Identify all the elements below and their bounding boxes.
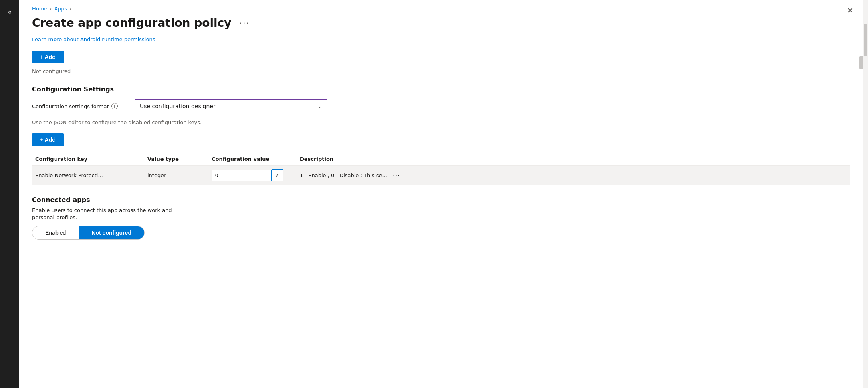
dropdown-chevron-icon: ⌄ (318, 103, 322, 109)
breadcrumb-sep-2: › (69, 6, 71, 12)
toggle-not-configured[interactable]: Not configured (79, 226, 144, 239)
th-description: Description (297, 156, 850, 162)
sidebar: « (0, 0, 19, 388)
more-options-button[interactable]: ··· (236, 18, 253, 29)
breadcrumb-sep-1: › (50, 6, 52, 12)
td-config-value: ✓ (208, 166, 297, 184)
helper-text: Use the JSON editor to configure the dis… (32, 119, 850, 125)
description-text: 1 - Enable , 0 - Disable ; This se... (300, 172, 387, 178)
th-value-type: Value type (144, 156, 208, 162)
close-button[interactable]: ✕ (847, 6, 854, 14)
main-content: ✕ Home › Apps › Create app configuration… (19, 0, 863, 388)
page-title: Create app configuration policy (32, 16, 232, 30)
breadcrumb-home[interactable]: Home (32, 6, 47, 12)
format-dropdown[interactable]: Use configuration designer ⌄ (135, 99, 327, 113)
connected-apps-title: Connected apps (32, 196, 850, 204)
config-value-check-icon[interactable]: ✓ (272, 169, 283, 181)
td-description: 1 - Enable , 0 - Disable ; This se... ··… (297, 168, 850, 183)
not-configured-text: Not configured (32, 68, 850, 74)
right-edge-tab (859, 56, 863, 69)
td-value-type: integer (144, 169, 208, 182)
configuration-table: Configuration key Value type Configurati… (32, 153, 850, 185)
row-ellipsis-button[interactable]: ··· (390, 171, 402, 180)
table-row: Enable Network Protecti... integer ✓ 1 -… (32, 166, 850, 185)
scrollbar-thumb[interactable] (864, 24, 867, 56)
connected-apps-desc: Enable users to connect this app across … (32, 207, 192, 221)
learn-more-link[interactable]: Learn more about Android runtime permiss… (32, 36, 155, 42)
td-config-key: Enable Network Protecti... (32, 169, 144, 182)
toggle-group: Enabled Not configured (32, 226, 145, 240)
connected-apps-section: Connected apps Enable users to connect t… (32, 196, 850, 240)
table-header: Configuration key Value type Configurati… (32, 153, 850, 166)
add-button-2[interactable]: + Add (32, 133, 64, 146)
page-header: Create app configuration policy ··· (19, 13, 863, 36)
config-value-input[interactable] (212, 170, 272, 181)
collapse-button[interactable]: « (4, 5, 15, 19)
format-info-icon[interactable]: i (111, 103, 118, 109)
toggle-enabled[interactable]: Enabled (32, 226, 79, 239)
configuration-settings-title: Configuration Settings (32, 85, 850, 93)
breadcrumb-apps[interactable]: Apps (54, 6, 67, 12)
format-row: Configuration settings format i Use conf… (32, 99, 850, 113)
format-dropdown-value: Use configuration designer (140, 103, 216, 109)
breadcrumb: Home › Apps › (32, 6, 71, 12)
th-config-value: Configuration value (208, 156, 297, 162)
format-label-text: Configuration settings format (32, 103, 109, 109)
scrollbar-track (863, 0, 868, 388)
breadcrumb-bar: Home › Apps › (19, 0, 863, 13)
add-button-1[interactable]: + Add (32, 51, 64, 63)
content-area: Learn more about Android runtime permiss… (19, 36, 863, 253)
format-label: Configuration settings format i (32, 103, 128, 109)
th-config-key: Configuration key (32, 156, 144, 162)
configuration-settings-section: Configuration Settings Configuration set… (32, 85, 850, 185)
